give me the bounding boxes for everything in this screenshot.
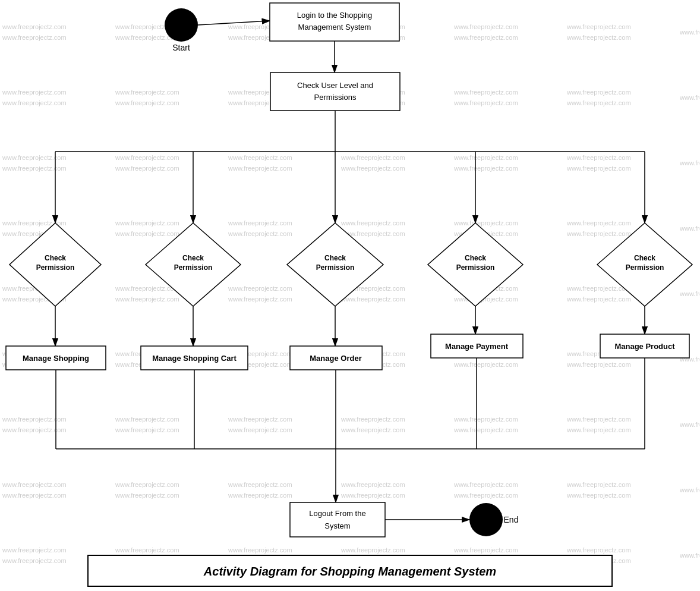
activity-diagram: Start Login to the Shopping Management S… (0, 0, 700, 591)
logout-node (290, 502, 385, 537)
diagram-title: Activity Diagram for Shopping Management… (203, 565, 496, 578)
check-perm1-label2: Permission (36, 263, 75, 272)
check-perm4-label: Check (465, 254, 486, 262)
login-label: Login to the Shopping (297, 11, 373, 20)
end-label: End (504, 515, 519, 524)
check-user-label2: Permissions (314, 93, 357, 102)
check-perm3-label: Check (324, 254, 346, 262)
end-node (469, 503, 503, 536)
manage-cart-label: Manage Shopping Cart (152, 354, 237, 363)
check-perm5-label2: Permission (626, 263, 664, 272)
check-perm2-label2: Permission (174, 263, 213, 272)
manage-shopping-label: Manage Shopping (23, 354, 89, 363)
svg-line-1 (198, 21, 270, 25)
check-perm1-label: Check (45, 254, 66, 262)
check-user-node (270, 73, 400, 111)
check-perm5-label: Check (634, 254, 655, 262)
logout-label: Logout From the (309, 509, 365, 518)
check-perm4-label2: Permission (456, 263, 495, 272)
check-perm3-label2: Permission (316, 263, 355, 272)
logout-label2: System (324, 521, 350, 530)
login-node (270, 3, 399, 41)
login-label2: Management System (298, 23, 371, 32)
check-user-label: Check User Level and (297, 81, 373, 90)
start-label: Start (172, 43, 190, 52)
start-node (165, 8, 198, 42)
manage-product-label: Manage Product (614, 342, 675, 351)
check-perm2-label: Check (182, 254, 204, 262)
manage-payment-label: Manage Payment (445, 342, 509, 351)
manage-order-label: Manage Order (310, 354, 361, 363)
